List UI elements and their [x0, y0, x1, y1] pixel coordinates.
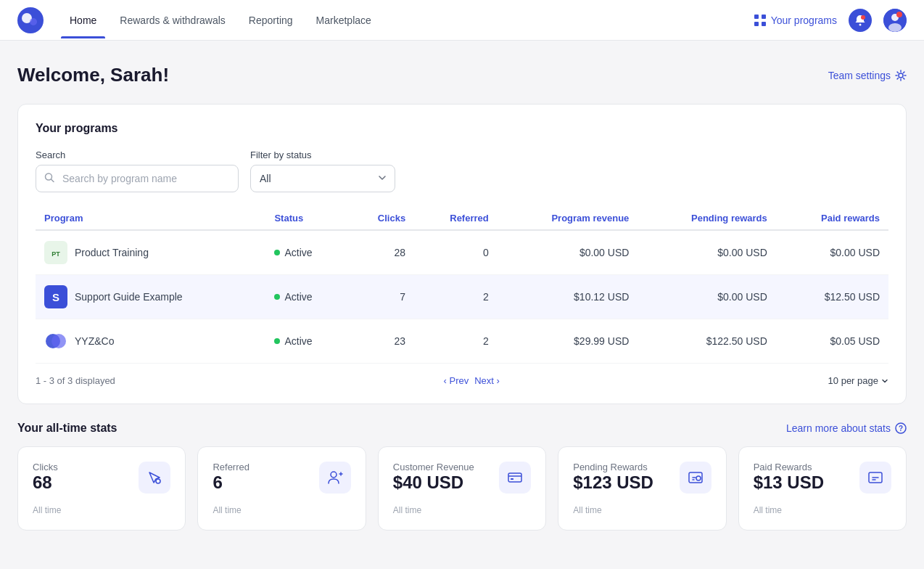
- stat-value: $13 USD: [754, 472, 824, 493]
- per-page-label: 10 per page: [828, 375, 878, 386]
- app-logo[interactable]: [17, 7, 44, 33]
- programs-table: Program Status Clicks Referred Program r…: [36, 207, 888, 364]
- program-logo: PT: [44, 241, 67, 264]
- svg-point-22: [156, 479, 160, 483]
- pagination-nav: ‹ Prev Next ›: [444, 375, 500, 386]
- status-label: Active: [284, 291, 312, 303]
- svg-point-12: [896, 12, 902, 17]
- status-filter-label: Filter by status: [250, 150, 395, 160]
- stat-card-inner: Paid Rewards $13 USD: [754, 462, 891, 494]
- col-status: Status: [265, 207, 347, 230]
- status-active-dot: [274, 294, 280, 300]
- avatar-image: [883, 9, 907, 32]
- page-header: Welcome, Sarah! Team settings: [17, 64, 907, 86]
- avatar[interactable]: [883, 9, 907, 32]
- pagination-summary: 1 - 3 of 3 displayed: [36, 375, 115, 386]
- cell-clicks: 7: [347, 275, 414, 319]
- svg-rect-6: [762, 22, 766, 26]
- table-body: PT Product Training Active 28 0 $0.00 US…: [36, 230, 888, 364]
- nav-links: Home Rewards & withdrawals Reporting Mar…: [61, 9, 754, 32]
- status-label: Active: [284, 247, 312, 258]
- svg-point-23: [331, 472, 337, 478]
- stat-card-inner: Customer Revenue $40 USD: [393, 462, 531, 494]
- stat-label: Customer Revenue: [393, 462, 474, 472]
- team-settings-label: Team settings: [828, 70, 891, 81]
- cell-clicks: 28: [347, 230, 414, 275]
- nav-rewards[interactable]: Rewards & withdrawals: [111, 9, 234, 32]
- stat-card-customer_revenue: Customer Revenue $40 USD All time: [378, 446, 546, 531]
- svg-point-7: [859, 23, 862, 25]
- program-name: YYZ&Co: [75, 335, 114, 347]
- cell-pending-rewards: $122.50 USD: [638, 319, 775, 364]
- help-circle-icon: ?: [895, 422, 907, 434]
- svg-rect-5: [754, 22, 759, 26]
- programs-card-title: Your programs: [36, 122, 888, 135]
- search-icon: [44, 173, 54, 185]
- svg-line-15: [51, 179, 54, 182]
- learn-more-label: Learn more about stats: [786, 422, 891, 434]
- status-filter-select[interactable]: All Active Inactive: [250, 165, 395, 192]
- cell-status: Active: [265, 319, 347, 364]
- stat-card-inner: Clicks 68: [33, 462, 170, 494]
- stats-header: Your all-time stats Learn more about sta…: [17, 422, 907, 435]
- stat-period: All time: [573, 505, 711, 515]
- pending-icon: [680, 462, 711, 494]
- nav-marketplace[interactable]: Marketplace: [308, 9, 380, 32]
- col-program: Program: [36, 207, 265, 230]
- stat-label: Paid Rewards: [754, 462, 824, 472]
- learn-more-stats-link[interactable]: Learn more about stats ?: [786, 422, 907, 434]
- your-programs-button[interactable]: Your programs: [754, 14, 837, 27]
- svg-text:PT: PT: [51, 250, 60, 258]
- program-logo: [44, 329, 67, 353]
- prev-button[interactable]: ‹ Prev: [444, 375, 469, 386]
- notification-button[interactable]: [849, 9, 872, 32]
- stat-info: Pending Rewards $123 USD: [573, 462, 653, 493]
- per-page-select[interactable]: 10 per page: [828, 375, 888, 386]
- search-input[interactable]: [36, 165, 239, 192]
- nav-reporting[interactable]: Reporting: [240, 9, 302, 32]
- cell-paid-rewards: $12.50 USD: [776, 275, 888, 319]
- per-page-chevron-icon: [881, 377, 888, 385]
- table-row[interactable]: PT Product Training Active 28 0 $0.00 US…: [36, 230, 888, 275]
- search-label: Search: [36, 150, 239, 160]
- navbar-right: Your programs: [754, 9, 907, 32]
- cell-paid-rewards: $0.00 USD: [776, 230, 888, 275]
- stat-period: All time: [213, 505, 350, 515]
- gear-icon: [895, 70, 907, 81]
- stat-label: Referred: [213, 462, 249, 472]
- team-settings-link[interactable]: Team settings: [828, 70, 907, 81]
- table-row[interactable]: YYZ&Co Active 23 2 $29.99 USD $122.50 US…: [36, 319, 888, 364]
- svg-rect-26: [508, 473, 521, 482]
- cell-paid-rewards: $0.05 USD: [776, 319, 888, 364]
- next-button[interactable]: Next ›: [474, 375, 500, 386]
- page-title: Welcome, Sarah!: [17, 64, 169, 86]
- paid-icon: [859, 462, 891, 494]
- nav-home[interactable]: Home: [61, 9, 105, 32]
- cursor-icon: [139, 462, 170, 494]
- cell-referred: 2: [414, 275, 498, 319]
- bell-icon: [854, 15, 866, 26]
- cell-program: PT Product Training: [36, 230, 265, 275]
- stat-period: All time: [33, 505, 170, 515]
- cell-clicks: 23: [347, 319, 414, 364]
- svg-rect-3: [754, 15, 759, 19]
- svg-rect-28: [511, 478, 513, 480]
- svg-point-8: [861, 15, 865, 20]
- cell-program: S Support Guide Example: [36, 275, 265, 319]
- program-name: Support Guide Example: [75, 291, 183, 303]
- table-head: Program Status Clicks Referred Program r…: [36, 207, 888, 230]
- svg-point-30: [696, 476, 701, 480]
- table-row[interactable]: S Support Guide Example Active 7 2 $10.1…: [36, 275, 888, 319]
- status-active-dot: [274, 338, 280, 344]
- stat-card-inner: Pending Rewards $123 USD: [573, 462, 711, 494]
- stat-card-referred: Referred 6 All time: [197, 446, 366, 531]
- table-header-row: Program Status Clicks Referred Program r…: [36, 207, 888, 230]
- col-clicks: Clicks: [347, 207, 414, 230]
- cell-pending-rewards: $0.00 USD: [638, 230, 775, 275]
- stat-label: Clicks: [33, 462, 58, 472]
- program-name: Product Training: [75, 247, 149, 258]
- svg-point-19: [51, 334, 66, 348]
- stat-card-paid_rewards: Paid Rewards $13 USD All time: [738, 446, 907, 531]
- col-paid-rewards: Paid rewards: [776, 207, 888, 230]
- your-programs-label: Your programs: [771, 15, 837, 26]
